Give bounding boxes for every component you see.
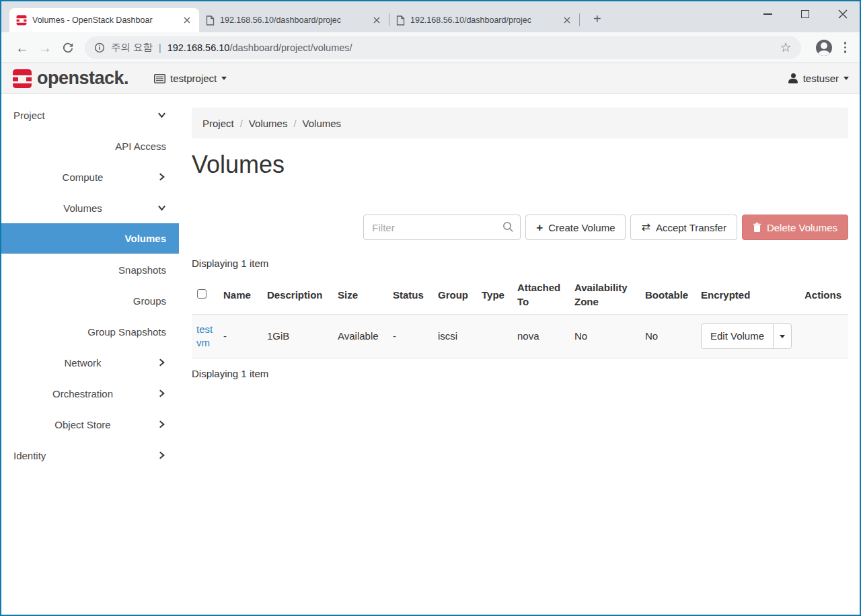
tab-close-icon[interactable] [562, 15, 572, 26]
user-name: testuser [803, 73, 839, 84]
sidebar-item-orchestration[interactable]: Orchestration [1, 378, 179, 409]
project-list-icon [154, 74, 165, 83]
sidebar-item-volumes[interactable]: Volumes [1, 223, 179, 254]
new-tab-button[interactable]: + [589, 11, 605, 27]
table-row: test vm - 1GiB Available - iscsi nova No… [192, 314, 848, 358]
chevron-right-icon [157, 172, 167, 182]
sidebar-item-volumes-group[interactable]: Volumes [1, 192, 179, 223]
main-content: Project / Volumes / Volumes Volumes + Cr… [179, 94, 860, 615]
browser-menu-icon[interactable] [840, 39, 851, 56]
col-header-description: Description [267, 276, 338, 314]
browser-toolbar: ← → 주의 요함 | 192.168.56.10/dashboard/proj… [1, 32, 860, 63]
page-favicon-icon [206, 15, 215, 26]
close-button[interactable] [834, 9, 852, 19]
user-icon [788, 73, 798, 83]
page-favicon-icon [396, 15, 405, 26]
chevron-down-icon [221, 77, 227, 80]
sidebar-nav: Project API Access Compute Volumes Volum… [1, 94, 179, 615]
tab-close-icon[interactable] [182, 15, 192, 26]
col-header-actions: Actions [802, 276, 848, 314]
bookmark-star-icon[interactable]: ☆ [780, 41, 791, 54]
cell-status: Available [338, 314, 393, 358]
address-bar[interactable]: 주의 요함 | 192.168.56.10/dashboard/project/… [85, 36, 801, 59]
col-header-encrypted: Encrypted [701, 276, 802, 314]
tab-close-icon[interactable] [371, 15, 382, 26]
item-count-bottom: Displaying 1 item [192, 368, 848, 393]
cell-actions: Edit Volume [701, 314, 802, 358]
sidebar-item-identity[interactable]: Identity [1, 440, 179, 471]
col-header-size: Size [338, 276, 393, 314]
tab-separator [579, 13, 580, 26]
search-icon[interactable] [502, 221, 514, 235]
page-title: Volumes [192, 151, 848, 178]
cell-encrypted: No [645, 314, 701, 358]
cell-description: - [223, 314, 267, 358]
delete-volumes-button[interactable]: Delete Volumes [742, 215, 848, 240]
sidebar-item-snapshots[interactable]: Snapshots [1, 254, 179, 285]
openstack-brand[interactable]: openstack. [12, 69, 128, 89]
filter-wrap [363, 215, 521, 240]
cell-empty [482, 314, 517, 358]
sidebar-item-network[interactable]: Network [1, 347, 179, 378]
forward-icon[interactable]: → [34, 41, 57, 54]
tab-dashboard-3[interactable]: 192.168.56.10/dashboard/projec [389, 8, 579, 32]
breadcrumb-project[interactable]: Project [202, 118, 234, 129]
tab-title: Volumes - OpenStack Dashboar [32, 15, 176, 25]
tab-title: 192.168.56.10/dashboard/projec [220, 15, 366, 25]
table-actions-row: + Create Volume ⇄ Accept Transfer Delete… [192, 215, 848, 240]
volume-name-link[interactable]: test vm [196, 323, 221, 350]
url-separator: | [159, 42, 161, 53]
cell-bootable: No [574, 314, 645, 358]
filter-input[interactable] [363, 215, 521, 240]
sidebar-item-api-access[interactable]: API Access [1, 130, 179, 161]
sidebar-item-group-snapshots[interactable]: Group Snapshots [1, 316, 179, 347]
chevron-right-icon [157, 389, 167, 399]
openstack-header: openstack. testproject testuser [1, 63, 860, 94]
row-actions-dropdown[interactable] [773, 323, 792, 349]
cell-availability-zone: nova [517, 314, 574, 358]
tab-title: 192.168.56.10/dashboard/projec [410, 15, 556, 25]
maximize-button[interactable] [796, 10, 814, 18]
chevron-down-icon [844, 77, 849, 80]
sidebar-item-groups[interactable]: Groups [1, 285, 179, 316]
accept-transfer-button[interactable]: ⇄ Accept Transfer [630, 215, 737, 240]
table-header-row: Name Description Size Status Group Type … [192, 276, 848, 314]
col-header-bootable: Bootable [645, 276, 701, 314]
tab-dashboard-2[interactable]: 192.168.56.10/dashboard/projec [199, 8, 389, 32]
reload-icon[interactable] [57, 42, 79, 54]
chevron-right-icon [157, 451, 167, 461]
project-picker[interactable]: testproject [154, 73, 227, 84]
cell-group: - [393, 314, 438, 358]
edit-volume-split-button: Edit Volume [701, 323, 792, 349]
url-path: /dashboard/project/volumes/ [229, 42, 352, 53]
col-header-status: Status [393, 276, 438, 314]
chevron-right-icon [157, 420, 167, 430]
create-volume-button[interactable]: + Create Volume [525, 215, 626, 240]
edit-volume-button[interactable]: Edit Volume [701, 323, 774, 349]
back-icon[interactable]: ← [11, 41, 34, 54]
sidebar-item-project[interactable]: Project [1, 100, 179, 130]
user-menu[interactable]: testuser [788, 73, 849, 84]
col-header-name: Name [223, 276, 267, 314]
chevron-down-icon [157, 110, 167, 120]
select-all-checkbox[interactable] [197, 289, 207, 299]
chevron-down-icon [157, 203, 167, 213]
url-text: 192.168.56.10/dashboard/project/volumes/ [167, 42, 352, 54]
col-header-availability-zone: Availability Zone [574, 276, 645, 314]
plus-icon: + [536, 222, 543, 233]
breadcrumb: Project / Volumes / Volumes [192, 108, 848, 139]
profile-avatar-icon[interactable] [816, 40, 832, 56]
window-controls [759, 7, 852, 22]
tab-volumes[interactable]: Volumes - OpenStack Dashboar [9, 8, 199, 32]
sidebar-item-object-store[interactable]: Object Store [1, 409, 179, 440]
cell-type: iscsi [438, 314, 482, 358]
col-header-type: Type [482, 276, 517, 314]
chevron-down-icon [780, 335, 785, 338]
breadcrumb-volumes[interactable]: Volumes [249, 118, 288, 129]
app-body: Project API Access Compute Volumes Volum… [1, 94, 860, 615]
info-icon[interactable] [94, 42, 105, 53]
minimize-button[interactable] [759, 13, 776, 15]
sidebar-item-compute[interactable]: Compute [1, 161, 179, 192]
openstack-favicon-icon [16, 15, 27, 26]
browser-window: Volumes - OpenStack Dashboar 192.168.56.… [0, 0, 861, 616]
